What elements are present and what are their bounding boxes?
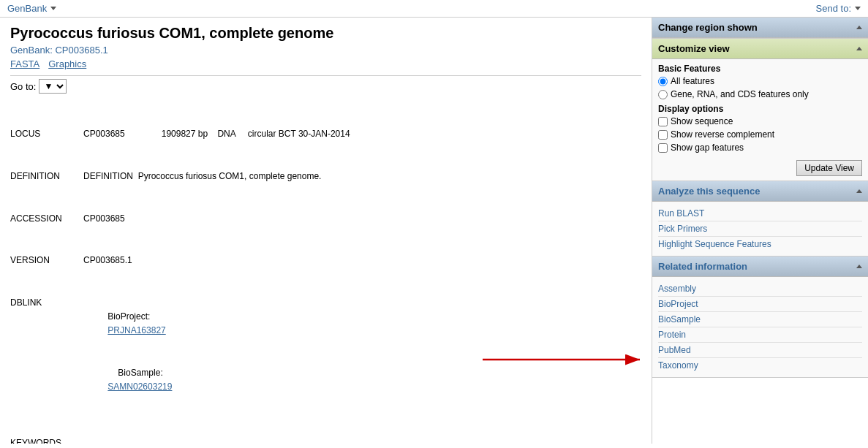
customize-view-header: Customize view bbox=[652, 39, 868, 59]
gene-rna-label[interactable]: Gene, RNA, and CDS features only bbox=[658, 89, 862, 99]
biosample-label: BioSample: bbox=[107, 368, 162, 378]
goto-label: Go to: bbox=[10, 81, 36, 92]
biosample-link[interactable]: BioSample bbox=[658, 312, 862, 327]
related-header: Related information bbox=[652, 257, 868, 277]
page-title: Pyrococcus furiosus COM1, complete genom… bbox=[10, 25, 641, 42]
goto-row: Go to: ▼ bbox=[10, 79, 641, 94]
customize-view-title: Customize view bbox=[658, 43, 730, 54]
bioproject-link[interactable]: BioProject bbox=[658, 297, 862, 312]
show-gap-checkbox[interactable] bbox=[658, 143, 668, 153]
taxonomy-link[interactable]: Taxonomy bbox=[658, 358, 862, 373]
basic-features-label: Basic Features bbox=[658, 64, 862, 74]
send-to-dropdown-icon bbox=[855, 7, 861, 10]
pick-primers-link[interactable]: Pick Primers bbox=[658, 221, 862, 237]
right-sidebar: Change region shown Customize view Basic… bbox=[652, 18, 868, 444]
gene-rna-radio-group: Gene, RNA, and CDS features only bbox=[658, 89, 862, 99]
run-blast-link[interactable]: Run BLAST bbox=[658, 206, 862, 221]
show-sequence-label[interactable]: Show sequence bbox=[658, 116, 862, 126]
dblink-key: DBLINK bbox=[10, 296, 83, 409]
related-title: Related information bbox=[658, 261, 747, 272]
assembly-link[interactable]: Assembly bbox=[658, 281, 862, 297]
related-section: Related information Assembly BioProject … bbox=[652, 257, 868, 378]
show-sequence-text: Show sequence bbox=[671, 116, 733, 126]
genbank-menu[interactable]: GenBank bbox=[7, 3, 56, 14]
change-region-title: Change region shown bbox=[658, 22, 758, 33]
customize-view-section: Customize view Basic Features All featur… bbox=[652, 39, 868, 181]
analyze-section: Analyze this sequence Run BLAST Pick Pri… bbox=[652, 181, 868, 257]
all-features-label[interactable]: All features bbox=[658, 76, 862, 86]
locus-row: LOCUS CP003685 1909827 bp DNA circular B… bbox=[10, 127, 641, 141]
bioproj-link[interactable]: PRJNA163827 bbox=[107, 325, 165, 335]
customize-view-collapse-icon[interactable] bbox=[856, 47, 862, 50]
graphics-link[interactable]: Graphics bbox=[48, 58, 86, 69]
change-region-header: Change region shown bbox=[652, 18, 868, 38]
keywords-key: KEYWORDS bbox=[10, 436, 83, 444]
all-features-radio-group: All features bbox=[658, 76, 862, 86]
customize-view-content: Basic Features All features Gene, RNA, a… bbox=[652, 59, 868, 181]
genbank-menu-label: GenBank bbox=[7, 3, 47, 14]
genbank-id-label: GenBank: bbox=[10, 45, 53, 56]
dblink-val: BioProject: PRJNA163827 BioSample: SAMN0… bbox=[83, 296, 641, 409]
fasta-link[interactable]: FASTA bbox=[10, 58, 39, 69]
protein-link[interactable]: Protein bbox=[658, 327, 862, 343]
locus-table: LOCUS CP003685 1909827 bp DNA circular B… bbox=[10, 99, 641, 444]
related-collapse-icon[interactable] bbox=[856, 265, 862, 268]
gene-rna-text: Gene, RNA, and CDS features only bbox=[671, 89, 809, 99]
biosample-link[interactable]: SAMN02603219 bbox=[107, 381, 172, 392]
display-options-label: Display options bbox=[658, 104, 862, 114]
highlight-features-link[interactable]: Highlight Sequence Features bbox=[658, 237, 862, 251]
locus-key: LOCUS bbox=[10, 127, 83, 141]
show-gap-checkbox-group: Show gap features bbox=[658, 143, 862, 153]
version-val: CP003685.1 bbox=[83, 254, 641, 267]
show-reverse-checkbox[interactable] bbox=[658, 130, 668, 140]
dblink-row: DBLINK BioProject: PRJNA163827 BioSample… bbox=[10, 296, 641, 409]
show-reverse-label[interactable]: Show reverse complement bbox=[658, 129, 862, 140]
definition-row: DEFINITION DEFINITION Pyrococcus furiosu… bbox=[10, 170, 641, 183]
definition-key: DEFINITION bbox=[10, 170, 83, 183]
show-sequence-checkbox[interactable] bbox=[658, 117, 668, 126]
accession-key: ACCESSION bbox=[10, 212, 83, 226]
show-gap-text: Show gap features bbox=[671, 143, 744, 153]
all-features-text: All features bbox=[671, 76, 714, 86]
left-content-panel: Pyrococcus furiosus COM1, complete genom… bbox=[0, 18, 652, 444]
show-gap-label[interactable]: Show gap features bbox=[658, 143, 862, 153]
send-to-menu[interactable]: Send to: bbox=[816, 3, 861, 14]
accession-row: ACCESSION CP003685 bbox=[10, 212, 641, 226]
related-content: Assembly BioProject BioSample Protein Pu… bbox=[652, 277, 868, 377]
accession-val: CP003685 bbox=[83, 212, 641, 226]
locus-val: CP003685 1909827 bp DNA circular BCT 30-… bbox=[83, 127, 641, 141]
analyze-title: Analyze this sequence bbox=[658, 186, 760, 197]
keywords-val: . bbox=[83, 436, 641, 444]
analyze-collapse-icon[interactable] bbox=[856, 189, 862, 193]
analyze-header: Analyze this sequence bbox=[652, 181, 868, 202]
genbank-dropdown-icon bbox=[50, 7, 56, 10]
version-key: VERSION bbox=[10, 254, 83, 267]
genbank-id-link[interactable]: CP003685.1 bbox=[55, 45, 107, 56]
analyze-content: Run BLAST Pick Primers Highlight Sequenc… bbox=[652, 202, 868, 256]
pubmed-link[interactable]: PubMed bbox=[658, 343, 862, 358]
send-to-label: Send to: bbox=[816, 3, 851, 14]
format-links: FASTA Graphics bbox=[10, 58, 641, 69]
all-features-radio[interactable] bbox=[658, 77, 668, 86]
change-region-section: Change region shown bbox=[652, 18, 868, 39]
bioproj-label: BioProject: bbox=[107, 311, 150, 322]
show-sequence-checkbox-group: Show sequence bbox=[658, 116, 862, 126]
show-reverse-text: Show reverse complement bbox=[671, 129, 774, 140]
update-view-button[interactable]: Update View bbox=[796, 160, 862, 176]
show-reverse-checkbox-group: Show reverse complement bbox=[658, 129, 862, 140]
gene-rna-radio[interactable] bbox=[658, 90, 668, 99]
change-region-collapse-icon[interactable] bbox=[856, 26, 862, 29]
definition-val: DEFINITION Pyrococcus furiosus COM1, com… bbox=[83, 170, 641, 183]
genbank-id-line: GenBank: CP003685.1 bbox=[10, 45, 641, 56]
keywords-row: KEYWORDS . bbox=[10, 436, 641, 444]
version-row: VERSION CP003685.1 bbox=[10, 254, 641, 267]
goto-select[interactable]: ▼ bbox=[39, 79, 67, 94]
